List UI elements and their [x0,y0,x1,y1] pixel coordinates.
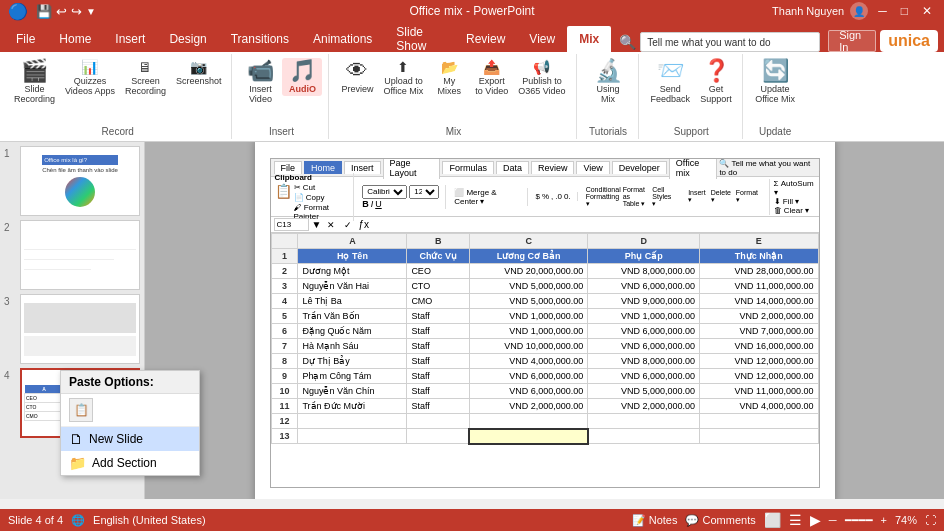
table-cell[interactable]: VND 11,000,000.00 [700,384,818,399]
excel-tab-pagelayout[interactable]: Page Layout [383,158,441,179]
table-row-empty[interactable]: 12 [271,414,818,429]
excel-copy-btn[interactable]: 📄 Copy [294,193,348,202]
table-cell[interactable]: Lê Thị Ba [298,294,407,309]
table-cell[interactable]: VND 9,000,000.00 [588,294,700,309]
table-cell[interactable]: Staff [407,309,470,324]
paste-icon-1[interactable]: 📋 [69,398,93,422]
increase-decimal-btn[interactable]: .0 [555,192,562,201]
table-cell[interactable]: VND 14,000,000.00 [700,294,818,309]
table-cell[interactable]: VND 16,000,000.00 [700,339,818,354]
sign-in-btn[interactable]: Sign In [828,30,876,52]
table-row[interactable]: 10Nguyễn Văn ChínStaffVND 6,000,000.00VN… [271,384,818,399]
table-row[interactable]: 3Nguyễn Văn HaiCTOVND 5,000,000.00VND 6,… [271,279,818,294]
table-cell[interactable]: VND 6,000,000.00 [469,369,587,384]
table-cell-empty[interactable] [469,429,587,444]
view-slideshow[interactable]: ▶ [810,512,821,528]
screenshot-btn[interactable]: 📷 Screenshot [172,58,226,88]
my-mixes-btn[interactable]: 📂 MyMixes [429,58,469,98]
slide-thumb-3[interactable] [20,294,140,364]
tab-home[interactable]: Home [47,26,103,52]
delete-cells-btn[interactable]: Delete ▾ [711,189,734,204]
conditional-format-btn[interactable]: ConditionalFormatting ▾ [586,186,621,208]
excel-table-container[interactable]: A B C D E 1 Họ Tên Chức Vụ Lương Cơ Bản [271,233,819,453]
table-cell-empty[interactable] [588,429,700,444]
table-row[interactable]: 9Phạm Công TámStaffVND 6,000,000.00VND 6… [271,369,818,384]
insert-cells-btn[interactable]: Insert ▾ [688,189,709,204]
slide-thumb-2[interactable] [20,220,140,290]
close-btn[interactable]: ✕ [918,4,936,18]
autosum-btn[interactable]: Σ AutoSum ▾ [774,179,815,197]
table-cell[interactable]: Staff [407,399,470,414]
format-as-table-btn[interactable]: Format asTable ▾ [623,186,651,208]
tab-review[interactable]: Review [454,26,517,52]
table-cell[interactable]: VND 1,000,000.00 [469,309,587,324]
excel-paste-btn[interactable]: 📋 [275,183,292,221]
table-cell[interactable]: VND 1,000,000.00 [588,309,700,324]
upload-btn[interactable]: ⬆ Upload toOffice Mix [379,58,427,98]
table-row[interactable]: 8Dự Thị BảyStaffVND 4,000,000.00VND 8,00… [271,354,818,369]
table-cell[interactable]: Trần Đức Mười [298,399,407,414]
tab-design[interactable]: Design [157,26,218,52]
table-cell[interactable]: VND 12,000,000.00 [700,354,818,369]
table-cell-empty[interactable] [407,414,470,429]
redo-btn[interactable]: ↪ [71,4,82,19]
maximize-btn[interactable]: □ [897,4,912,18]
comments-btn[interactable]: 💬 Comments [685,514,755,527]
col-header-c[interactable]: C [469,234,587,249]
table-cell[interactable]: Staff [407,324,470,339]
quick-access-more[interactable]: ▼ [86,6,96,17]
slide-item-3[interactable]: 3 [4,294,140,364]
table-cell-empty[interactable] [700,429,818,444]
update-btn[interactable]: 🔄 UpdateOffice Mix [751,58,799,106]
excel-cut-btn[interactable]: ✂ Cut [294,183,348,192]
underline-btn[interactable]: U [375,199,382,209]
table-cell-empty[interactable] [407,429,470,444]
table-cell[interactable]: Staff [407,339,470,354]
table-row[interactable]: 6Đặng Quốc NămStaffVND 1,000,000.00VND 6… [271,324,818,339]
col-header-a[interactable]: A [298,234,407,249]
font-size-select[interactable]: 12 [409,185,439,199]
table-cell[interactable]: VND 4,000,000.00 [700,399,818,414]
table-cell[interactable]: VND 5,000,000.00 [588,384,700,399]
table-cell[interactable]: Dương Một [298,264,407,279]
tab-file[interactable]: File [4,26,47,52]
table-cell[interactable]: VND 2,000,000.00 [469,399,587,414]
table-row[interactable]: 5Trần Văn BốnStaffVND 1,000,000.00VND 1,… [271,309,818,324]
quizzes-btn[interactable]: 📊 QuizzesVideos Apps [61,58,119,98]
tab-mix[interactable]: Mix [567,26,611,52]
table-cell[interactable]: Đặng Quốc Năm [298,324,407,339]
save-btn[interactable]: 💾 [36,4,52,19]
table-cell[interactable]: Staff [407,384,470,399]
excel-merge-btn[interactable]: ⬜ Merge & Center ▾ [454,188,520,206]
table-cell[interactable]: Phạm Công Tám [298,369,407,384]
excel-tab-data[interactable]: Data [496,161,529,174]
table-cell[interactable]: Dự Thị Bảy [298,354,407,369]
table-cell[interactable]: VND 6,000,000.00 [588,339,700,354]
table-row[interactable]: 2Dương MộtCEOVND 20,000,000.00VND 8,000,… [271,264,818,279]
table-cell[interactable]: VND 7,000,000.00 [700,324,818,339]
format-cells-btn[interactable]: Format ▾ [736,189,761,204]
tab-transitions[interactable]: Transitions [219,26,301,52]
table-cell[interactable]: CEO [407,264,470,279]
cell-styles-btn[interactable]: CellStyles ▾ [652,186,674,208]
table-cell[interactable]: CMO [407,294,470,309]
table-cell[interactable]: VND 2,000,000.00 [588,399,700,414]
ctx-new-slide[interactable]: 🗋 New Slide [61,427,145,451]
table-cell[interactable]: VND 11,000,000.00 [700,279,818,294]
table-cell[interactable]: VND 8,000,000.00 [588,264,700,279]
clear-btn[interactable]: 🗑 Clear ▾ [774,206,815,215]
table-cell[interactable]: VND 4,000,000.00 [469,354,587,369]
table-cell[interactable]: VND 6,000,000.00 [588,279,700,294]
fill-btn[interactable]: ⬇ Fill ▾ [774,197,815,206]
tell-me-input[interactable]: Tell me what you want to do [640,32,820,52]
view-normal[interactable]: ⬜ [764,512,781,528]
table-cell-empty[interactable] [298,429,407,444]
table-row[interactable]: 11Trần Đức MườiStaffVND 2,000,000.00VND … [271,399,818,414]
table-cell[interactable]: VND 2,000,000.00 [700,309,818,324]
view-outline[interactable]: ☰ [789,512,802,528]
table-cell-empty[interactable] [700,414,818,429]
excel-tell-me[interactable]: 🔍 Tell me what you want to do [719,159,815,177]
col-header-b[interactable]: B [407,234,470,249]
excel-tab-view[interactable]: View [576,161,609,174]
send-feedback-btn[interactable]: 📨 SendFeedback [647,58,695,106]
